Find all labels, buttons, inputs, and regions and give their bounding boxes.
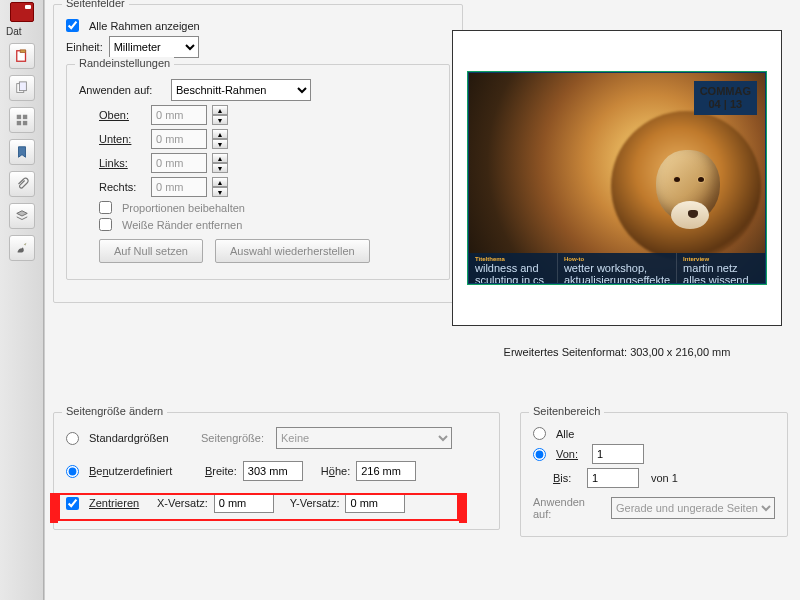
- restore-button[interactable]: Auswahl wiederherstellen: [215, 239, 370, 263]
- show-all-frames-checkbox[interactable]: [66, 19, 79, 32]
- margin-bottom-label: Unten:: [99, 133, 145, 145]
- show-all-frames-label: Alle Rahmen anzeigen: [89, 20, 200, 32]
- tool-pages-icon[interactable]: [9, 75, 35, 101]
- preview-panel: COMMAG04 | 13 Titelthemawildness and scu…: [452, 30, 782, 358]
- tool-layers-icon[interactable]: [9, 203, 35, 229]
- range-all-radio[interactable]: [533, 427, 546, 440]
- toolbar-file-label[interactable]: Dat: [0, 26, 43, 37]
- apply-to-select[interactable]: Beschnitt-Rahmen: [171, 79, 311, 101]
- preset-label: Standardgrößen: [89, 432, 195, 444]
- tool-bookmark-icon[interactable]: [9, 139, 35, 165]
- x-offset-label: X-Versatz:: [157, 497, 208, 509]
- spin-down[interactable]: ▼: [212, 115, 228, 125]
- app-icon: [10, 2, 34, 22]
- center-checkbox[interactable]: [66, 497, 79, 510]
- height-label: Höhe:: [321, 465, 350, 477]
- app-left-toolbar: Dat: [0, 0, 44, 600]
- page-size-select[interactable]: Keine: [276, 427, 452, 449]
- margin-right-input[interactable]: [151, 177, 207, 197]
- margin-left-input[interactable]: [151, 153, 207, 173]
- keep-proportions-checkbox[interactable]: [99, 201, 112, 214]
- svg-rect-5: [22, 115, 26, 119]
- width-input[interactable]: [243, 461, 303, 481]
- tool-attach-icon[interactable]: [9, 171, 35, 197]
- seitenfelder-title: Seitenfelder: [62, 0, 129, 9]
- remove-white-label: Weiße Ränder entfernen: [122, 219, 242, 231]
- range-all-label: Alle: [556, 428, 574, 440]
- svg-rect-1: [20, 50, 25, 53]
- margin-left-label: Links:: [99, 157, 145, 169]
- lion-illustration: [611, 111, 761, 261]
- reset-button[interactable]: Auf Null setzen: [99, 239, 203, 263]
- range-of-label: von 1: [651, 472, 678, 484]
- svg-rect-6: [16, 121, 20, 125]
- spin-down[interactable]: ▼: [212, 163, 228, 173]
- page-range-group: Seitenbereich Alle Von: Bis: von 1 Anwen…: [520, 412, 788, 537]
- preview-page-image: COMMAG04 | 13 Titelthemawildness and scu…: [469, 73, 765, 283]
- margin-top-input[interactable]: [151, 105, 207, 125]
- spin-down[interactable]: ▼: [212, 187, 228, 197]
- keep-proportions-label: Proportionen beibehalten: [122, 202, 245, 214]
- margin-bottom-input[interactable]: [151, 129, 207, 149]
- unit-label: Einheit:: [66, 41, 103, 53]
- resize-title: Seitengröße ändern: [62, 405, 167, 417]
- range-apply-label: Anwenden auf:: [533, 496, 601, 520]
- dialog-body: Seitenfelder Alle Rahmen anzeigen Einhei…: [44, 0, 800, 600]
- remove-white-checkbox[interactable]: [99, 218, 112, 231]
- custom-radio[interactable]: [66, 465, 79, 478]
- margin-top-label: Oben:: [99, 109, 145, 121]
- range-to-label: Bis:: [553, 472, 581, 484]
- spin-up[interactable]: ▲: [212, 153, 228, 163]
- preset-radio[interactable]: [66, 432, 79, 445]
- tool-thumbnails-icon[interactable]: [9, 107, 35, 133]
- range-from-input[interactable]: [592, 444, 644, 464]
- height-input[interactable]: [356, 461, 416, 481]
- svg-rect-7: [22, 121, 26, 125]
- seitenfelder-group: Seitenfelder Alle Rahmen anzeigen Einhei…: [53, 4, 463, 303]
- tool-pdf-icon[interactable]: [9, 43, 35, 69]
- range-to-input[interactable]: [587, 468, 639, 488]
- preview-logo: COMMAG04 | 13: [694, 81, 757, 115]
- preview-frame: COMMAG04 | 13 Titelthemawildness and scu…: [452, 30, 782, 326]
- page-range-title: Seitenbereich: [529, 405, 604, 417]
- spin-up[interactable]: ▲: [212, 129, 228, 139]
- range-from-radio[interactable]: [533, 448, 546, 461]
- y-offset-label: Y-Versatz:: [290, 497, 340, 509]
- width-label: Breite:: [205, 465, 237, 477]
- x-offset-input[interactable]: [214, 493, 274, 513]
- range-apply-select[interactable]: Gerade und ungerade Seiten: [611, 497, 775, 519]
- resize-group: Seitengröße ändern Standardgrößen Seiten…: [53, 412, 500, 530]
- margins-title: Randeinstellungen: [75, 57, 174, 69]
- apply-to-label: Anwenden auf:: [79, 84, 165, 96]
- tool-sign-icon[interactable]: [9, 235, 35, 261]
- page-size-label: Seitengröße:: [201, 432, 264, 444]
- svg-rect-3: [19, 82, 26, 91]
- margins-group: Randeinstellungen Anwenden auf: Beschnit…: [66, 64, 450, 280]
- y-offset-input[interactable]: [345, 493, 405, 513]
- custom-label: Benutzerdefiniert: [89, 465, 199, 477]
- spin-up[interactable]: ▲: [212, 177, 228, 187]
- preview-caption: Erweitertes Seitenformat: 303,00 x 216,0…: [452, 346, 782, 358]
- margin-right-label: Rechts:: [99, 181, 145, 193]
- spin-up[interactable]: ▲: [212, 105, 228, 115]
- center-label: Zentrieren: [89, 497, 151, 509]
- range-from-label: Von:: [556, 448, 586, 460]
- unit-select[interactable]: Millimeter: [109, 36, 199, 58]
- svg-rect-4: [16, 115, 20, 119]
- spin-down[interactable]: ▼: [212, 139, 228, 149]
- preview-bottom-bar: Titelthemawildness and sculpting in cs H…: [469, 253, 765, 283]
